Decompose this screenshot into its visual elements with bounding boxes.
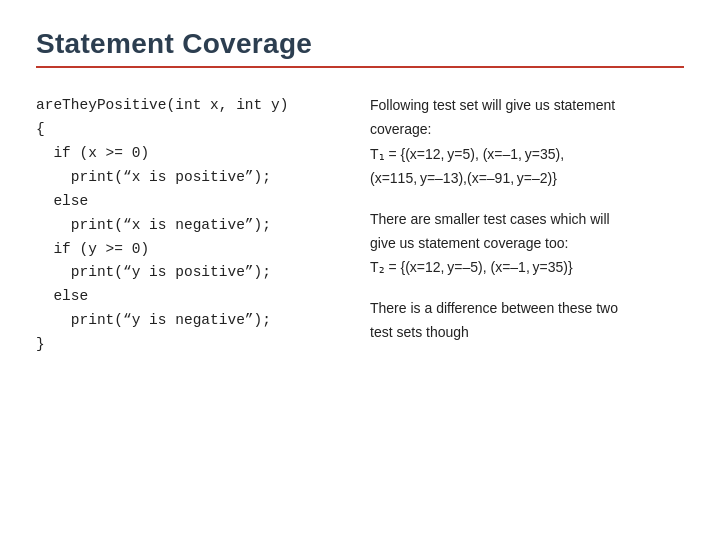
code-line: print(“y is negative”);	[36, 309, 346, 333]
explanation-line: test sets though	[370, 321, 684, 343]
code-line: print(“y is positive”);	[36, 261, 346, 285]
slide-header: Statement Coverage	[36, 28, 684, 68]
code-line: if (y >= 0)	[36, 238, 346, 262]
code-line: if (x >= 0)	[36, 142, 346, 166]
code-line: {	[36, 118, 346, 142]
explanation-line: T₂ = {(x=12, y=–5), (x=–1, y=35)}	[370, 256, 684, 278]
explanation-line: There are smaller test cases which will	[370, 208, 684, 230]
code-line: areTheyPositive(int x, int y)	[36, 94, 346, 118]
explanation-line: T₁ = {(x=12, y=5), (x=–1, y=35),	[370, 143, 684, 165]
slide: Statement Coverage areTheyPositive(int x…	[0, 0, 720, 540]
code-line: else	[36, 190, 346, 214]
code-panel: areTheyPositive(int x, int y){ if (x >= …	[36, 90, 346, 512]
explanation-line: There is a difference between these two	[370, 297, 684, 319]
explanation-panel: Following test set will give us statemen…	[370, 90, 684, 512]
explanation-block: Following test set will give us statemen…	[370, 94, 684, 190]
explanation-block: There is a difference between these twot…	[370, 297, 684, 344]
explanation-line: (x=115, y=–13),(x=–91, y=–2)}	[370, 167, 684, 189]
code-line: print(“x is positive”);	[36, 166, 346, 190]
explanation-line: give us statement coverage too:	[370, 232, 684, 254]
code-line: print(“x is negative”);	[36, 214, 346, 238]
explanation-line: Following test set will give us statemen…	[370, 94, 684, 116]
code-line: else	[36, 285, 346, 309]
slide-content: areTheyPositive(int x, int y){ if (x >= …	[36, 90, 684, 512]
explanation-block: There are smaller test cases which willg…	[370, 208, 684, 279]
explanation-line: coverage:	[370, 118, 684, 140]
slide-title: Statement Coverage	[36, 28, 684, 60]
code-line: }	[36, 333, 346, 357]
